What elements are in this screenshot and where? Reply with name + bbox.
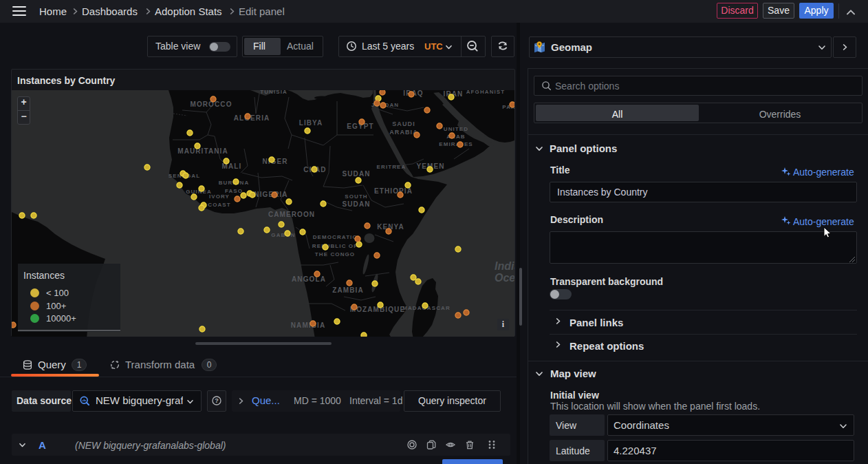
svg-text:EMIRATES: EMIRATES — [439, 141, 473, 147]
svg-text:DEMOCRATIC: DEMOCRATIC — [313, 234, 358, 240]
svg-text:SAUDI: SAUDI — [392, 120, 415, 127]
svg-text:TUNISIA: TUNISIA — [260, 90, 287, 95]
svg-text:NIGERIA: NIGERIA — [254, 191, 287, 198]
svg-text:SOUTH: SOUTH — [345, 193, 368, 200]
svg-text:MOZAMBIQUE: MOZAMBIQUE — [350, 306, 405, 313]
svg-text:Ocean: Ocean — [495, 272, 514, 284]
svg-text:GABON: GABON — [271, 232, 295, 238]
svg-text:IVORY: IVORY — [209, 193, 230, 200]
svg-text:SUDAN: SUDAN — [342, 200, 370, 208]
svg-text:NAMIBIA: NAMIBIA — [291, 321, 325, 329]
svg-text:THE CONGO: THE CONGO — [315, 251, 355, 257]
svg-text:LIBYA: LIBYA — [299, 119, 323, 127]
svg-text:?: ? — [215, 397, 219, 404]
svg-text:CAMEROON: CAMEROON — [268, 211, 315, 218]
svg-text:Indian: Indian — [495, 260, 514, 272]
svg-text:ERITREA: ERITREA — [377, 164, 406, 170]
svg-text:ZAMBIA: ZAMBIA — [332, 286, 363, 294]
svg-text:MAURITANIA: MAURITANIA — [177, 147, 228, 155]
svg-text:REPUBLIC OF: REPUBLIC OF — [312, 243, 358, 249]
svg-text:NIGER: NIGER — [262, 158, 287, 165]
svg-text:ETHIOPIA: ETHIOPIA — [374, 187, 413, 195]
svg-text:MOROCCO: MOROCCO — [190, 101, 232, 108]
svg-text:AFGHANIST: AFGHANIST — [466, 90, 506, 95]
svg-text:ALGERIA: ALGERIA — [234, 114, 270, 122]
svg-text:SUDAN: SUDAN — [342, 170, 370, 178]
svg-text:ANGOLA: ANGOLA — [292, 275, 326, 283]
svg-text:UNITED: UNITED — [444, 126, 468, 132]
svg-text:COAST: COAST — [208, 202, 231, 208]
